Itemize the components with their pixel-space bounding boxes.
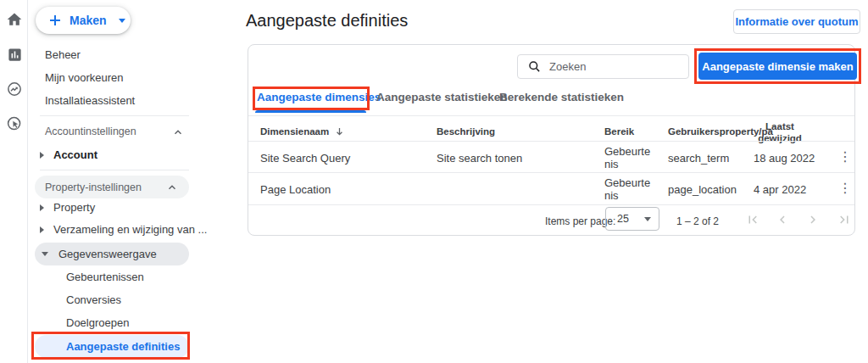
cell-modified: 18 aug 2022: [754, 152, 815, 165]
page-title: Aangepaste definities: [246, 11, 408, 31]
sidebar-item-gebeurtenissen[interactable]: Gebeurtenissen: [66, 271, 236, 283]
item-label: Account: [53, 148, 97, 161]
first-page-icon[interactable]: [744, 211, 761, 228]
last-page-icon[interactable]: [836, 211, 853, 228]
sidebar-item-mijn-voorkeuren[interactable]: Mijn voorkeuren: [45, 71, 214, 84]
row-menu-icon[interactable]: ⋮: [837, 182, 853, 194]
sidebar-item-property[interactable]: Property: [40, 201, 209, 214]
reports-icon[interactable]: [5, 45, 24, 64]
chevron-down-icon: [644, 217, 651, 221]
analytics-admin-page: Maken Beheer Mijn voorkeuren Installatie…: [0, 0, 868, 363]
section-property-instellingen[interactable]: Property-instellingen: [35, 176, 189, 198]
table-row-border: [248, 204, 854, 205]
cell-dimension-name: Site Search Query: [260, 152, 350, 165]
tab-aangepaste-statistieken[interactable]: Aangepaste statistieken: [376, 91, 508, 103]
item-label: Verzameling en wijziging van ...: [53, 223, 207, 236]
cell-modified: 4 apr 2022: [754, 183, 806, 196]
next-page-icon[interactable]: [804, 211, 821, 228]
pagination-range: 1 – 2 of 2: [676, 215, 719, 227]
search-input[interactable]: [549, 60, 676, 73]
item-label: Gegevensweergave: [58, 248, 189, 260]
sidebar-item-account[interactable]: Account: [40, 148, 209, 161]
sidebar-item-aangepaste-definities[interactable]: Aangepaste definities: [35, 335, 189, 358]
plus-icon: [48, 14, 62, 27]
tab-berekende-statistieken[interactable]: Berekende statistieken: [499, 91, 624, 103]
create-button-label: Maken: [70, 14, 107, 27]
sidebar-divider: [40, 115, 189, 116]
quota-info-label: Informatie over quotum: [735, 15, 858, 28]
sidebar-divider: [40, 170, 189, 170]
cell-property: page_location: [668, 183, 737, 196]
chevron-up-icon: [167, 182, 177, 193]
explore-icon[interactable]: [5, 80, 24, 98]
expand-arrow-icon: [40, 226, 44, 233]
row-menu-icon[interactable]: ⋮: [837, 151, 853, 163]
collapse-arrow-icon: [42, 252, 48, 256]
section-label: Accountinstellingen: [45, 126, 136, 137]
search-icon: [528, 60, 541, 73]
cell-scope: Gebeurtenis: [604, 145, 655, 170]
search-box: [517, 54, 689, 79]
sidebar-item-conversies[interactable]: Conversies: [66, 293, 236, 306]
section-label: Property-instellingen: [45, 182, 142, 193]
expand-arrow-icon: [40, 152, 44, 159]
sidebar-item-gegevensweergave[interactable]: Gegevensweergave: [35, 243, 189, 265]
section-accountinstellingen[interactable]: Accountinstellingen: [45, 126, 202, 137]
cell-scope: Gebeurtenis: [604, 176, 655, 202]
table-header-border: [248, 141, 854, 142]
table-row-border: [248, 172, 854, 173]
custom-definitions-card: Aangepaste dimensie maken Aangepaste dim…: [248, 44, 855, 236]
column-header-dimensienaam[interactable]: Dimensienaam: [260, 126, 344, 138]
sidebar-item-doelgroepen[interactable]: Doelgroepen: [66, 316, 236, 329]
item-label: Property: [53, 201, 95, 214]
tabs-divider: [248, 115, 854, 116]
chevron-up-icon: [173, 127, 183, 140]
tab-aangepaste-dimensies[interactable]: Aangepaste dimensies: [257, 91, 381, 103]
sidebar-item-beheer[interactable]: Beheer: [45, 48, 214, 61]
sort-descending-icon: [335, 126, 344, 138]
quota-info-button[interactable]: Informatie over quotum: [733, 9, 860, 34]
home-icon[interactable]: [5, 10, 24, 29]
previous-page-icon[interactable]: [774, 211, 791, 228]
admin-sidebar: Maken Beheer Mijn voorkeuren Installatie…: [28, 0, 231, 363]
sidebar-item-verzameling[interactable]: Verzameling en wijziging van ...: [40, 223, 209, 236]
item-label: Aangepaste definities: [66, 340, 189, 353]
create-dimension-button[interactable]: Aangepaste dimensie maken: [698, 53, 857, 80]
advertising-icon[interactable]: [5, 114, 24, 133]
page-size-value: 25: [617, 213, 629, 225]
app-icon-rail: [0, 0, 28, 363]
expand-arrow-icon: [40, 204, 44, 211]
active-tab-indicator: [255, 110, 366, 113]
cell-dimension-name: Page Location: [260, 183, 331, 196]
sidebar-item-installatieassistent[interactable]: Installatieassistent: [45, 94, 214, 107]
cell-property: search_term: [668, 152, 729, 165]
cell-description: Site search tonen: [437, 152, 522, 165]
column-header-bereik[interactable]: Bereik: [604, 126, 634, 137]
create-button[interactable]: Maken: [36, 7, 131, 34]
chevron-down-icon: [119, 19, 125, 23]
column-header-beschrijving[interactable]: Beschrijving: [437, 126, 495, 137]
column-label: Dimensienaam: [260, 126, 329, 137]
page-size-select[interactable]: 25: [605, 207, 659, 231]
